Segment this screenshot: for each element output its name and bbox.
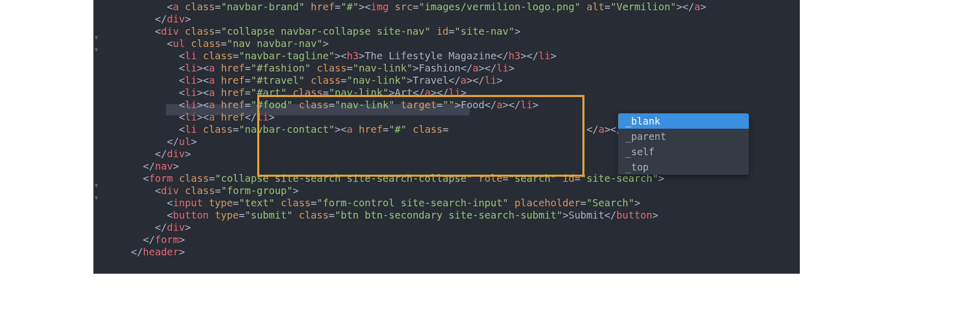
form-role: search bbox=[514, 173, 550, 184]
input-placeholder: Search bbox=[593, 197, 628, 209]
fold-marker-icon[interactable]: ▾ bbox=[93, 179, 99, 191]
screenshot-frame: ▾ ▾ ▾ ▾ <a class="navbar-brand" href="#"… bbox=[0, 0, 980, 335]
art-text: Art bbox=[395, 87, 412, 99]
fold-marker-icon[interactable]: ▾ bbox=[93, 191, 99, 203]
code-editor[interactable]: ▾ ▾ ▾ ▾ <a class="navbar-brand" href="#"… bbox=[93, 0, 800, 274]
button-text: Submit bbox=[569, 209, 604, 221]
input-class: form-control site-search-input bbox=[323, 197, 502, 209]
contact-class: navbar-contact bbox=[245, 124, 329, 135]
button-type: submit bbox=[251, 209, 286, 221]
fold-marker-icon[interactable]: ▾ bbox=[93, 43, 99, 55]
autocomplete-item-parent[interactable]: _parent bbox=[618, 129, 749, 144]
ul-class: nav navbar-nav bbox=[233, 38, 316, 50]
food-href: #food bbox=[257, 99, 287, 111]
navlink-class-4: nav-link bbox=[341, 99, 389, 111]
autocomplete-item-top[interactable]: _top bbox=[618, 159, 749, 175]
autocomplete-popup[interactable]: _blank _parent _self _top bbox=[618, 113, 749, 175]
fashion-href: #fashion bbox=[257, 62, 305, 74]
art-href: #art bbox=[257, 87, 281, 99]
travel-href: #travel bbox=[257, 75, 299, 86]
tagline-class: navbar-tagline bbox=[245, 50, 329, 62]
autocomplete-item-self[interactable]: _self bbox=[618, 144, 749, 159]
fold-marker-icon[interactable]: ▾ bbox=[93, 31, 99, 43]
fashion-text: Fashion bbox=[419, 62, 460, 74]
food-text: Food bbox=[460, 99, 484, 111]
button-class: btn btn-secondary site-search-submit bbox=[341, 209, 557, 221]
div2-class: collapse navbar-collapse site-nav bbox=[227, 26, 424, 37]
travel-text: Travel bbox=[412, 75, 448, 86]
navlink-class: nav-link bbox=[359, 62, 407, 74]
input-type: text bbox=[245, 197, 269, 209]
navlink-class-2: nav-link bbox=[353, 75, 401, 86]
navlink-class-3: nav-link bbox=[335, 87, 383, 99]
div2-id: site-nav bbox=[460, 26, 508, 37]
formgroup-class: form-group bbox=[227, 185, 286, 197]
img-src: images/vermilion-logo.png bbox=[425, 1, 575, 13]
form-class: collapse site-search site-search-collaps… bbox=[221, 173, 467, 184]
img-alt: Vermilion bbox=[617, 1, 671, 13]
tagline-text: The Lifestyle Magazine bbox=[364, 50, 496, 62]
autocomplete-item-blank[interactable]: _blank bbox=[618, 113, 749, 129]
